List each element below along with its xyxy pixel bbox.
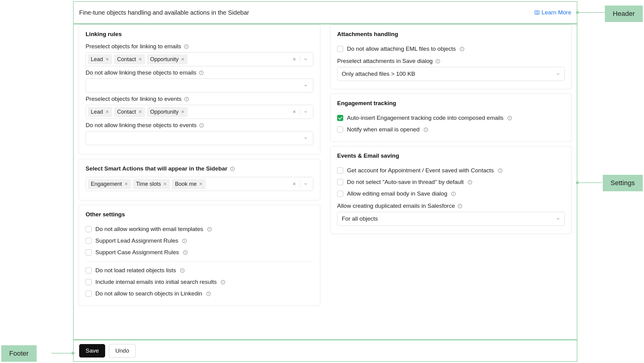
- checkbox-lead-rules[interactable]: [86, 238, 92, 244]
- checkbox-no-linkedin[interactable]: [86, 291, 92, 297]
- check-lead-rules: Support Lead Assignment Rules: [86, 235, 313, 247]
- svg-point-14: [232, 168, 233, 168]
- info-icon[interactable]: [184, 97, 189, 102]
- info-icon[interactable]: [230, 166, 235, 171]
- callout-line-header: [577, 12, 608, 13]
- info-icon[interactable]: [199, 70, 204, 75]
- select-value: Only attached files > 100 KB: [342, 71, 415, 77]
- info-icon[interactable]: [180, 268, 185, 273]
- info-icon[interactable]: [457, 204, 462, 209]
- svg-point-41: [510, 117, 510, 117]
- label-preselect-emails: Preselect objects for linking to emails: [86, 43, 313, 50]
- label-allow-edit: Allow editing email body in Save dialog: [347, 190, 447, 197]
- checkbox-templates[interactable]: [86, 226, 92, 232]
- svg-point-2: [186, 46, 186, 46]
- tag-opportunity: Opportunity✕: [147, 107, 188, 117]
- select-dup-emails[interactable]: For all objects: [337, 212, 565, 226]
- tagbox-smart-actions[interactable]: Engagement✕ Time slots✕ Book me✕ ✕: [86, 177, 313, 191]
- svg-point-53: [454, 193, 454, 193]
- label-lead-rules: Support Lead Assignment Rules: [95, 237, 178, 244]
- info-icon[interactable]: [467, 180, 473, 185]
- card-title-engagement: Engagement tracking: [337, 100, 565, 107]
- info-icon[interactable]: [182, 238, 187, 244]
- tag-remove-icon[interactable]: ✕: [181, 109, 185, 114]
- info-icon[interactable]: [184, 44, 189, 49]
- label-disallow-events: Do not allow linking these objects to ev…: [86, 122, 313, 129]
- svg-point-47: [500, 170, 500, 170]
- book-icon: [534, 10, 540, 15]
- checkbox-auto-insert[interactable]: [337, 115, 343, 121]
- check-no-linkedin: Do not allow to search objects in Linked…: [86, 288, 313, 299]
- info-icon[interactable]: [183, 250, 188, 255]
- info-icon[interactable]: [459, 46, 465, 52]
- check-no-eml: Do not allow attaching EML files to obje…: [337, 43, 565, 55]
- tag-remove-icon[interactable]: ✕: [163, 182, 167, 186]
- check-allow-edit: Allow editing email body in Save dialog: [337, 188, 565, 200]
- info-icon[interactable]: [498, 168, 503, 173]
- chevron-down-icon[interactable]: [300, 81, 311, 90]
- checkbox-no-related[interactable]: [86, 267, 92, 273]
- tag-remove-icon[interactable]: ✕: [138, 109, 142, 114]
- checkbox-notify-open[interactable]: [337, 127, 343, 133]
- checkbox-get-account[interactable]: [337, 167, 343, 174]
- info-icon[interactable]: [207, 227, 212, 232]
- info-icon[interactable]: [435, 59, 440, 64]
- chevron-down-icon[interactable]: [300, 54, 311, 64]
- clear-icon[interactable]: ✕: [289, 54, 300, 64]
- check-auto-insert: Auto-insert Engagement tracking code int…: [337, 112, 565, 124]
- label-no-linkedin: Do not allow to search objects in Linked…: [95, 290, 202, 297]
- checkbox-include-internal[interactable]: [86, 279, 92, 285]
- tagbox-preselect-events[interactable]: Lead✕ Contact✕ Opportunity✕ ✕: [86, 105, 313, 119]
- tag-remove-icon[interactable]: ✕: [124, 182, 128, 186]
- card-linking-rules: Linking rules Preselect objects for link…: [79, 24, 320, 155]
- checkbox-allow-edit[interactable]: [337, 191, 343, 197]
- card-title-saving: Events & Email saving: [337, 152, 565, 159]
- svg-point-35: [462, 48, 462, 48]
- tag-lead: Lead✕: [88, 107, 112, 117]
- select-preselect-attachments[interactable]: Only attached files > 100 KB: [337, 67, 565, 81]
- svg-point-56: [460, 205, 460, 205]
- chevron-down-icon[interactable]: [300, 179, 311, 189]
- chevron-down-icon[interactable]: [300, 107, 311, 117]
- label-include-internal: Include internal emails into initial sea…: [95, 279, 217, 285]
- checkbox-no-autosave[interactable]: [337, 179, 343, 185]
- undo-button[interactable]: Undo: [109, 344, 135, 358]
- tag-lead: Lead✕: [88, 54, 112, 64]
- card-attachments: Attachments handling Do not allow attach…: [330, 24, 572, 89]
- info-icon[interactable]: [220, 280, 226, 285]
- tagbox-disallow-events[interactable]: [86, 131, 313, 145]
- tagbox-disallow-emails[interactable]: [86, 79, 313, 93]
- tag-remove-icon[interactable]: ✕: [105, 57, 109, 62]
- info-icon[interactable]: [423, 127, 429, 132]
- chevron-down-icon[interactable]: [300, 133, 311, 143]
- info-icon[interactable]: [206, 291, 211, 296]
- info-icon[interactable]: [507, 116, 512, 121]
- label-auto-insert: Auto-insert Engagement tracking code int…: [347, 115, 503, 121]
- settings-region: Linking rules Preselect objects for link…: [73, 24, 577, 340]
- info-icon[interactable]: [451, 191, 456, 196]
- clear-icon[interactable]: ✕: [289, 179, 300, 189]
- tag-remove-icon[interactable]: ✕: [181, 57, 185, 62]
- label-case-rules: Support Case Assignment Rules: [95, 249, 179, 256]
- label-no-autosave: Do not select "Auto-save in thread" by d…: [347, 179, 464, 185]
- tag-remove-icon[interactable]: ✕: [105, 109, 109, 114]
- clear-icon[interactable]: ✕: [289, 107, 300, 117]
- tag-remove-icon[interactable]: ✕: [199, 182, 203, 186]
- learn-more-link[interactable]: Learn More: [534, 9, 571, 16]
- info-icon[interactable]: [199, 123, 204, 128]
- tag-contact: Contact✕: [114, 54, 145, 64]
- checkbox-no-eml[interactable]: [337, 46, 343, 52]
- tag-time-slots: Time slots✕: [133, 179, 170, 189]
- tag-remove-icon[interactable]: ✕: [138, 57, 142, 62]
- label-preselect-events: Preselect objects for linking to events: [86, 96, 313, 102]
- label-preselect-attachments: Preselect attachments in Save dialog: [337, 58, 565, 64]
- card-title-linking: Linking rules: [86, 31, 313, 38]
- tag-contact: Contact✕: [114, 107, 145, 117]
- tagbox-preselect-emails[interactable]: Lead✕ Contact✕ Opportunity✕ ✕: [86, 52, 313, 66]
- save-button[interactable]: Save: [79, 344, 105, 358]
- check-no-related: Do not load related objects lists: [86, 265, 313, 276]
- checkbox-case-rules[interactable]: [86, 249, 92, 255]
- card-title-attachments: Attachments handling: [337, 31, 565, 38]
- check-include-internal: Include internal emails into initial sea…: [86, 276, 313, 288]
- svg-point-44: [426, 129, 426, 129]
